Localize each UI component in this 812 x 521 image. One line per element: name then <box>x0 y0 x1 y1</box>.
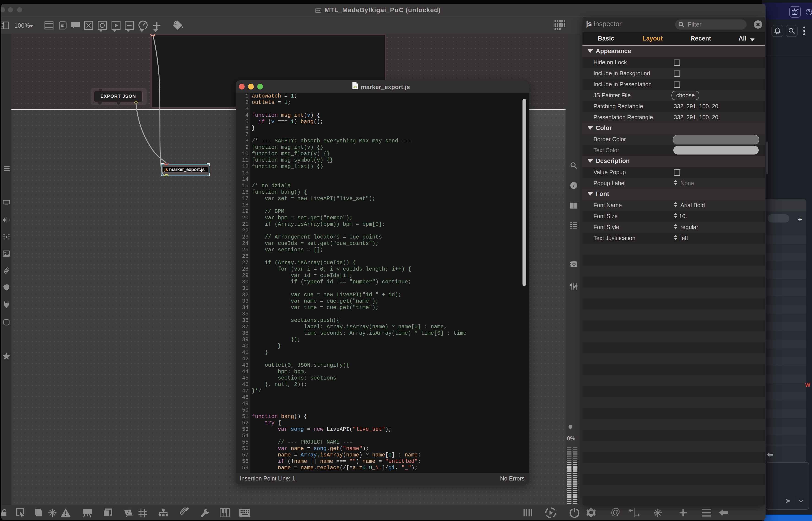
svg-text:i: i <box>573 183 575 188</box>
svg-text:m: m <box>61 23 65 28</box>
svg-text:JS: JS <box>353 85 357 89</box>
